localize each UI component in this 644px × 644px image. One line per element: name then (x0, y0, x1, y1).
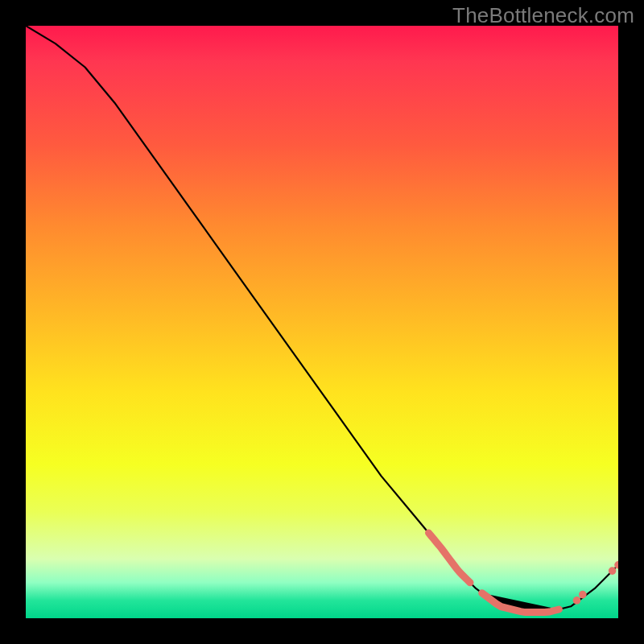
highlight-dot (609, 567, 617, 575)
highlight-layer (429, 533, 619, 613)
watermark-text: TheBottleneck.com (452, 3, 634, 28)
highlight-dot (573, 597, 581, 605)
highlight-segment (429, 533, 471, 583)
bottleneck-curve (26, 26, 618, 613)
highlight-dot (579, 591, 587, 599)
chart-container: TheBottleneck.com (0, 0, 644, 644)
chart-overlay (26, 26, 618, 618)
highlight-segment (482, 593, 559, 613)
